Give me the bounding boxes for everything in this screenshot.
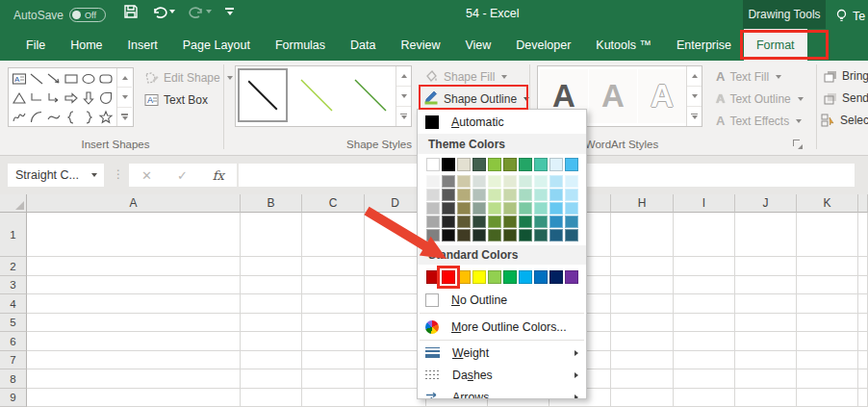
wordart-preset-gray[interactable]: A (589, 69, 637, 123)
isosceles-triangle-shape-icon[interactable] (12, 90, 27, 106)
theme-variant-swatch[interactable] (488, 216, 501, 228)
gallery-scroll-down[interactable] (117, 87, 132, 106)
teardrop-shape-icon[interactable] (98, 90, 114, 106)
tab-insert[interactable]: Insert (115, 29, 170, 61)
right-arrow-shape-icon[interactable] (64, 90, 79, 106)
theme-color-swatch[interactable] (549, 158, 563, 171)
theme-variant-swatch[interactable] (472, 216, 486, 228)
theme-variant-swatch[interactable] (457, 202, 471, 215)
theme-variant-swatch[interactable] (488, 202, 501, 215)
row-header-7[interactable]: 7 (0, 351, 27, 369)
column-header-A[interactable]: A (27, 194, 241, 213)
tab-developer[interactable]: Developer (503, 29, 583, 61)
theme-variant-swatch[interactable] (503, 202, 517, 215)
theme-variant-swatch[interactable] (549, 229, 563, 242)
shape-style-preset-2[interactable] (292, 68, 342, 122)
menu-item-weight[interactable]: Weight (418, 342, 586, 364)
undo-dropdown-caret[interactable] (169, 10, 175, 13)
tab-enterprise[interactable]: Enterprise (664, 29, 744, 61)
tell-me-control[interactable]: Te (835, 0, 865, 32)
column-header-I[interactable]: I (674, 194, 735, 213)
tab-format[interactable]: Format (744, 29, 807, 61)
theme-variant-swatch[interactable] (457, 229, 471, 242)
menu-item-automatic[interactable]: Automatic (418, 110, 586, 134)
theme-variant-swatch[interactable] (426, 229, 440, 242)
styles-scroll-up[interactable] (396, 66, 411, 86)
standard-color-swatch[interactable] (457, 270, 471, 284)
theme-variant-swatch[interactable] (488, 189, 501, 201)
curve-shape-icon[interactable] (46, 110, 62, 125)
shape-style-preset-1[interactable] (238, 68, 288, 122)
theme-color-swatch[interactable] (488, 158, 501, 171)
tab-page-layout[interactable]: Page Layout (170, 29, 263, 61)
wordart-preset-outline[interactable]: A (638, 69, 686, 123)
enter-button[interactable]: ✓ (177, 168, 188, 183)
theme-variant-swatch[interactable] (442, 189, 455, 201)
standard-color-swatch[interactable] (488, 270, 501, 284)
theme-variant-swatch[interactable] (442, 175, 455, 188)
theme-variant-swatch[interactable] (457, 189, 471, 201)
standard-color-swatch[interactable] (519, 270, 532, 284)
theme-variant-swatch[interactable] (519, 216, 532, 228)
text-effects-button[interactable]: A Text Effects (716, 114, 802, 128)
theme-color-swatch[interactable] (426, 158, 440, 171)
oval-shape-icon[interactable] (81, 71, 96, 87)
tab-review[interactable]: Review (388, 29, 452, 61)
theme-variant-swatch[interactable] (442, 216, 455, 228)
rectangle-shape-icon[interactable] (64, 71, 79, 87)
theme-variant-swatch[interactable] (503, 229, 517, 242)
menu-item-no-outline[interactable]: No Outline (418, 288, 586, 312)
text-box-shape-icon[interactable]: A (12, 71, 27, 87)
theme-variant-swatch[interactable] (549, 189, 563, 201)
shape-outline-button[interactable]: Shape Outline (423, 89, 529, 108)
formula-bar-grip[interactable]: ⋮ (113, 167, 125, 181)
theme-variant-swatch[interactable] (472, 202, 486, 215)
row-header-2[interactable]: 2 (0, 257, 27, 276)
theme-variant-swatch[interactable] (426, 216, 440, 228)
scribble-shape-icon[interactable] (12, 110, 27, 125)
standard-color-swatch[interactable] (472, 270, 486, 284)
row-header-9[interactable]: 9 (0, 389, 27, 407)
theme-color-swatch[interactable] (503, 158, 517, 171)
wordart-scroll-down[interactable] (687, 86, 702, 106)
column-header-K[interactable]: K (797, 194, 858, 213)
theme-variant-swatch[interactable] (565, 216, 578, 228)
theme-variant-swatch[interactable] (426, 189, 440, 201)
theme-color-swatch[interactable] (534, 158, 548, 171)
theme-color-swatch[interactable] (565, 158, 578, 171)
tab-view[interactable]: View (452, 29, 503, 61)
line-shape-icon[interactable] (29, 71, 44, 87)
row-header-8[interactable]: 8 (0, 369, 27, 389)
shape-fill-button[interactable]: Shape Fill (423, 69, 507, 84)
save-icon[interactable] (123, 4, 139, 19)
arc-shape-icon[interactable] (29, 110, 44, 125)
menu-item-dashes[interactable]: Dashes (418, 364, 586, 386)
column-header-B[interactable]: B (241, 194, 302, 213)
shape-style-preset-3[interactable] (345, 68, 396, 122)
theme-variant-swatch[interactable] (426, 202, 440, 215)
text-box-button[interactable]: A Text Box (144, 93, 208, 107)
theme-variant-swatch[interactable] (472, 229, 486, 242)
theme-variant-swatch[interactable] (549, 175, 563, 188)
send-backward-button[interactable]: Send (824, 91, 868, 105)
tab-kutools[interactable]: Kutools ™ (583, 29, 664, 61)
bring-forward-button[interactable]: Bring (824, 69, 868, 83)
wordart-more-button[interactable] (687, 106, 702, 126)
autosave-toggle[interactable]: Off (69, 8, 106, 22)
gallery-more-button[interactable] (117, 107, 132, 126)
theme-variant-swatch[interactable] (488, 229, 501, 242)
theme-variant-swatch[interactable] (488, 175, 501, 188)
theme-variant-swatch[interactable] (549, 216, 563, 228)
theme-variant-swatch[interactable] (519, 229, 532, 242)
standard-color-swatch[interactable] (534, 270, 548, 284)
theme-variant-swatch[interactable] (549, 202, 563, 215)
theme-variant-swatch[interactable] (534, 175, 548, 188)
theme-variant-swatch[interactable] (534, 229, 548, 242)
theme-variant-swatch[interactable] (442, 202, 455, 215)
tab-home[interactable]: Home (58, 29, 115, 61)
dialog-launcher-icon[interactable] (793, 140, 803, 149)
standard-color-swatch[interactable] (565, 270, 578, 284)
theme-variant-swatch[interactable] (534, 216, 548, 228)
column-header-J[interactable]: J (735, 194, 797, 213)
redo-dropdown-caret[interactable] (206, 10, 212, 13)
